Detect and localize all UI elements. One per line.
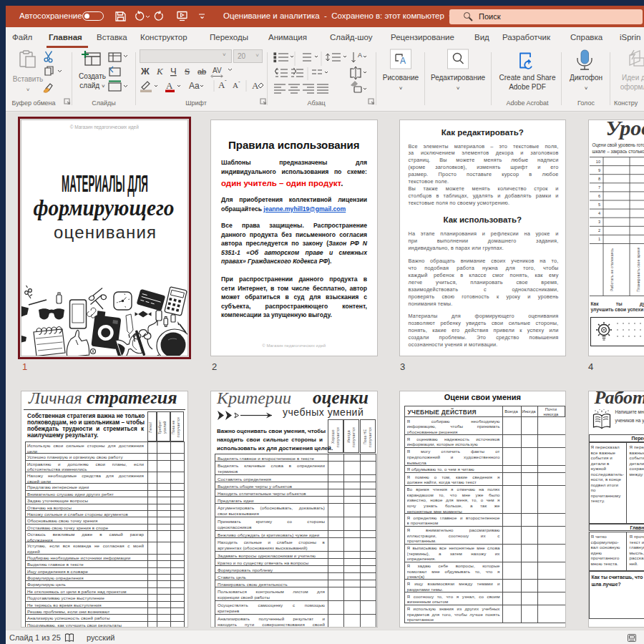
svg-text:AV: AV: [213, 67, 222, 74]
svg-text:А: А: [252, 80, 259, 91]
svg-text:Ч: Ч: [170, 66, 177, 77]
svg-text:6: 6: [597, 194, 600, 198]
svg-text:ab: ab: [197, 67, 206, 76]
svg-text:5: 5: [597, 203, 600, 207]
svg-text:оценивания: оценивания: [54, 223, 156, 242]
svg-text:А: А: [233, 81, 238, 89]
svg-text:ˆ: ˆ: [225, 79, 227, 85]
svg-text:1: 1: [597, 237, 600, 241]
svg-text:А: А: [358, 52, 362, 59]
svg-text:7: 7: [597, 185, 600, 190]
svg-text:Ж: Ж: [140, 66, 150, 77]
svg-text:A: A: [400, 56, 406, 66]
svg-text:ˇ: ˇ: [238, 80, 240, 87]
svg-text:4: 4: [597, 211, 600, 215]
svg-text:МАТЕРИАЛЫ ДЛЯ: МАТЕРИАЛЫ ДЛЯ: [62, 170, 148, 197]
svg-text:8: 8: [597, 177, 600, 181]
svg-text:9: 9: [597, 168, 600, 172]
svg-text:S: S: [185, 66, 190, 77]
svg-text:Aa: Aa: [189, 81, 200, 91]
svg-text:формирующего: формирующего: [34, 195, 175, 220]
svg-text:А: А: [166, 80, 173, 91]
svg-text:3: 3: [597, 220, 600, 224]
svg-text:2: 2: [597, 228, 600, 233]
svg-text:К: К: [156, 66, 164, 77]
svg-text:10: 10: [595, 160, 600, 164]
